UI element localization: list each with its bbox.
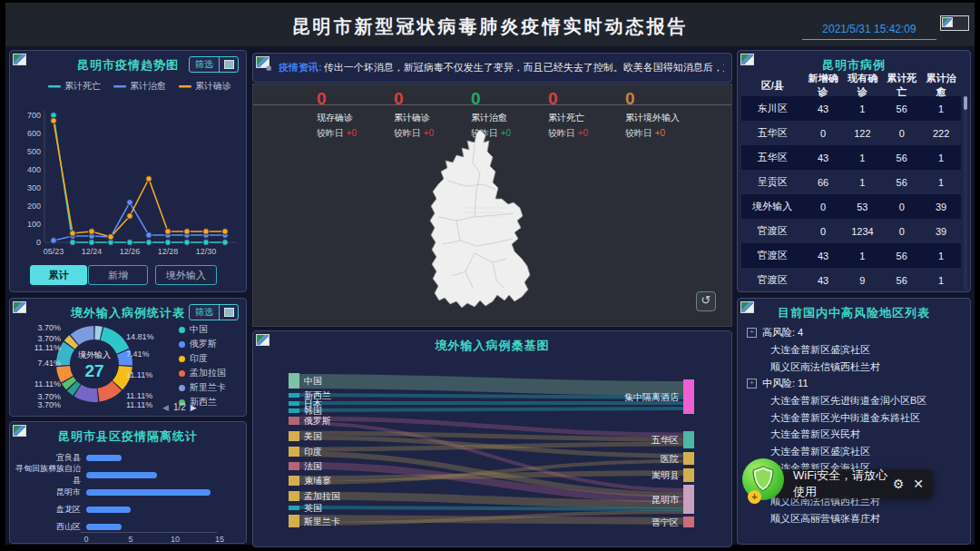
- risk-item: 大连金普新区先进街道金润小区B区: [747, 392, 965, 409]
- sankey-node-俄罗斯: [289, 417, 299, 425]
- pct-label: 11.11%: [34, 343, 61, 352]
- expand-icon[interactable]: [220, 57, 238, 72]
- svg-text:12/28: 12/28: [158, 247, 179, 256]
- tab-新增[interactable]: 新增: [88, 265, 148, 285]
- legend-item-俄罗斯[interactable]: 俄罗斯: [179, 337, 226, 351]
- broken-image-icon: [942, 17, 953, 27]
- map-reset-button[interactable]: ↺: [696, 291, 716, 311]
- cell: 1: [842, 251, 882, 261]
- sankey-node-英国: [289, 506, 299, 510]
- legend-item[interactable]: 累计治愈: [130, 81, 166, 91]
- tab-境外输入[interactable]: 境外输入: [155, 265, 217, 285]
- svg-text:600: 600: [27, 129, 41, 138]
- cell: 官渡区: [741, 224, 804, 238]
- axis-tick: 0: [83, 535, 88, 544]
- cell: 39: [921, 202, 961, 212]
- sankey-node-韩国: [289, 408, 299, 413]
- expand-icon[interactable]: +: [747, 379, 757, 389]
- svg-text:韩国: 韩国: [304, 406, 322, 416]
- pct-label: 7.41%: [126, 349, 150, 359]
- cell: 1: [842, 103, 882, 114]
- legend-item[interactable]: 累计确诊: [195, 81, 231, 91]
- donut-slice: [103, 334, 123, 351]
- cell: 53: [842, 202, 882, 212]
- wifi-badge-icon: +: [748, 490, 761, 504]
- kunming-map[interactable]: [420, 126, 547, 319]
- cell: 1234: [842, 226, 882, 237]
- pct-label: 7.41%: [37, 359, 61, 368]
- bar-label: 西山区: [15, 521, 86, 533]
- svg-text:12/26: 12/26: [120, 247, 141, 256]
- svg-text:12/30: 12/30: [196, 247, 217, 256]
- legend-item-斯里兰卡[interactable]: 斯里兰卡: [179, 380, 226, 395]
- pager-prev-icon[interactable]: ◀: [162, 403, 169, 412]
- svg-text:0: 0: [36, 238, 41, 247]
- svg-text:集中隔离酒店: 集中隔离酒店: [624, 392, 679, 402]
- cell: 56: [882, 177, 921, 188]
- expand-icon[interactable]: +: [747, 328, 757, 338]
- pager-next-icon[interactable]: ▶: [191, 403, 197, 412]
- axis-tick: 10: [171, 535, 180, 544]
- cell: 56: [882, 275, 921, 286]
- cell: 56: [882, 251, 921, 261]
- sankey-node-印度: [289, 447, 299, 457]
- news-text: 传出一个坏消息，新冠病毒不仅发生了变异，而且已经失去了控制。欧美各国得知消息后，…: [324, 61, 724, 74]
- risk-item: 顺义区高丽营镇张喜庄村: [747, 510, 965, 527]
- cell: 43: [804, 103, 843, 114]
- cell: 122: [842, 128, 882, 139]
- cell: 0: [804, 226, 843, 237]
- sankey-link: [299, 381, 683, 389]
- svg-text:05/23: 05/23: [44, 247, 64, 256]
- svg-text:中国: 中国: [304, 376, 322, 386]
- donut-slice: [72, 386, 76, 389]
- isolation-panel: 昆明市县区疫情隔离统计 宜良县寻甸回族彝族自治县昆明市盘龙区西山区051015: [9, 421, 247, 544]
- pct-label: 11.11%: [126, 370, 152, 379]
- close-icon[interactable]: ✕: [913, 477, 924, 491]
- trend-filter-button[interactable]: 筛选: [189, 56, 239, 73]
- pct-label: 3.70%: [37, 334, 61, 343]
- sankey-node-法国: [289, 462, 299, 470]
- news-label: 疫情资讯:: [279, 61, 322, 74]
- svg-text:12/24: 12/24: [82, 247, 103, 256]
- news-ticker-panel: ■ 疫情资讯: 传出一个坏消息，新冠病毒不仅发生了变异，而且已经失去了控制。欧美…: [252, 53, 732, 83]
- legend-item[interactable]: 累计死亡: [64, 81, 101, 91]
- risk-group-header: +中风险: 11: [747, 375, 965, 392]
- sankey-node-医院: [683, 452, 694, 465]
- donut-slice: [95, 333, 102, 334]
- sankey-node-新西兰: [289, 393, 299, 398]
- svg-text:柬埔寨: 柬埔寨: [304, 476, 331, 486]
- cell: 1: [921, 103, 961, 114]
- table-scrollbar-track[interactable]: [964, 94, 967, 290]
- column-header: 区/县: [741, 79, 804, 93]
- cell: 56: [882, 103, 921, 114]
- column-header: 新增确诊: [804, 72, 843, 99]
- legend-dot: [179, 370, 185, 377]
- legend-dot: [179, 341, 185, 348]
- svg-text:法国: 法国: [304, 461, 322, 471]
- legend-item-印度[interactable]: 印度: [179, 351, 226, 366]
- table-row: 五华区431561: [741, 145, 961, 170]
- svg-text:五华区: 五华区: [652, 435, 679, 445]
- bar: [86, 524, 122, 530]
- tab-累计[interactable]: 累计: [30, 265, 87, 285]
- cell: 1: [921, 251, 961, 261]
- pct-label: 3.70%: [37, 323, 61, 332]
- svg-text:医院: 医院: [661, 454, 679, 464]
- table-header-row: 区/县新增确诊现有确诊累计死亡累计治愈: [741, 74, 961, 96]
- table-scrollbar-thumb[interactable]: [964, 96, 967, 110]
- pct-label: 11.11%: [126, 391, 152, 400]
- legend-item-中国[interactable]: 中国: [179, 322, 226, 337]
- donut-center: 境外输入 27: [63, 349, 126, 381]
- legend-item-孟加拉国[interactable]: 孟加拉国: [179, 366, 226, 380]
- bar: [86, 489, 211, 496]
- svg-text:孟加拉国: 孟加拉国: [303, 491, 340, 501]
- risk-item: 大连金普新区光中街道金东路社区: [747, 409, 965, 427]
- cell: 43: [804, 275, 843, 286]
- table-row: 官渡区431561: [741, 243, 961, 268]
- bar: [86, 507, 131, 513]
- donut-center-label: 境外输入: [63, 349, 126, 361]
- cell: 1: [842, 153, 882, 163]
- svg-text:斯里兰卡: 斯里兰卡: [303, 517, 340, 526]
- settings-gear-icon[interactable]: ⚙: [893, 477, 905, 491]
- column-header: 累计死亡: [882, 72, 921, 99]
